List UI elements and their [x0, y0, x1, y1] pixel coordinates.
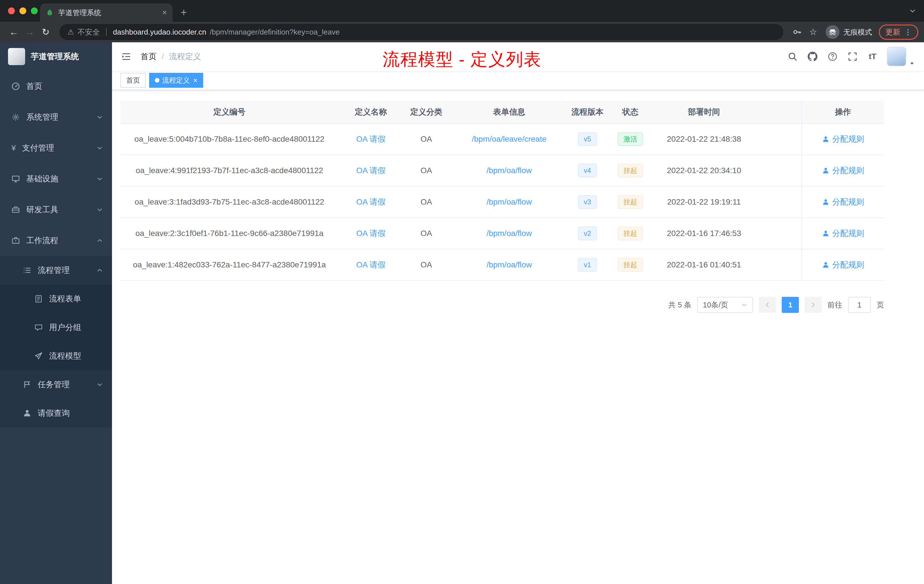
assign-rule-link[interactable]: 分配规则: [822, 259, 864, 270]
tag-process-definition[interactable]: 流程定义×: [149, 73, 203, 88]
definition-name-link[interactable]: OA 请假: [356, 166, 386, 175]
browser-menu-icon[interactable]: ⋮: [904, 28, 912, 36]
assign-rule-link[interactable]: 分配规则: [822, 134, 864, 145]
sidebar-item-label: 系统管理: [26, 112, 58, 122]
sidebar-item-workflow[interactable]: 工作流程: [0, 225, 112, 256]
caret-down-icon: [909, 61, 915, 66]
main-area: 首页 / 流程定义 tT 首页流程定义× 定义编号定义名: [112, 42, 924, 584]
forward-button[interactable]: →: [22, 27, 38, 36]
address-bar[interactable]: ⚠ 不安全 dashboard.yudao.iocoder.cn/bpm/man…: [59, 24, 784, 40]
sidebar-item-process-form[interactable]: 流程表单: [0, 285, 112, 313]
gear-icon: [12, 113, 20, 121]
search-icon[interactable]: [787, 52, 798, 61]
next-page-button[interactable]: [805, 297, 822, 313]
sidebar-menu: 首页系统管理¥支付管理基础设施研发工具工作流程流程管理流程表单用户分组流程模型任…: [0, 71, 112, 427]
security-label[interactable]: 不安全: [78, 27, 100, 37]
page-size-select[interactable]: 10条/页: [697, 297, 753, 313]
tab-close-icon[interactable]: ×: [162, 8, 167, 16]
question-icon[interactable]: [827, 52, 838, 61]
back-button[interactable]: ←: [6, 27, 22, 36]
deploy-time: 2022-01-22 20:34:10: [655, 155, 753, 186]
bookmark-star-icon[interactable]: ☆: [805, 28, 821, 36]
new-tab-button[interactable]: +: [181, 7, 187, 18]
sidebar-item-label: 请假查询: [38, 408, 70, 419]
definition-name-link[interactable]: OA 请假: [356, 135, 386, 144]
prev-page-button[interactable]: [759, 297, 776, 313]
column-header: 流程版本: [569, 101, 606, 124]
sidebar-item-label: 研发工具: [26, 204, 58, 215]
minimize-window-button[interactable]: [20, 7, 26, 14]
sidebar: 芋道管理系统 首页系统管理¥支付管理基础设施研发工具工作流程流程管理流程表单用户…: [0, 42, 112, 584]
deploy-time: 2022-01-16 17:46:53: [655, 218, 753, 249]
action-label: 分配规则: [832, 134, 864, 145]
sidebar-item-label: 流程模型: [49, 351, 81, 361]
definition-name-link[interactable]: OA 请假: [356, 229, 386, 238]
close-window-button[interactable]: [8, 7, 15, 14]
sidebar-toggle-icon[interactable]: [121, 51, 132, 62]
goto-page-input[interactable]: [848, 297, 871, 313]
browser-tab[interactable]: 芋道管理系统 ×: [40, 3, 173, 22]
reload-button[interactable]: ↻: [38, 27, 54, 36]
sidebar-item-process-model[interactable]: 流程模型: [0, 342, 112, 370]
sidebar-item-payment[interactable]: ¥支付管理: [0, 133, 112, 163]
tag-home[interactable]: 首页: [120, 73, 146, 88]
send-icon: [34, 352, 43, 360]
chevron-down-icon: [97, 381, 103, 388]
user-icon: [822, 261, 830, 269]
incognito-label: 无痕模式: [843, 27, 872, 37]
status-badge: 激活: [618, 132, 643, 146]
assign-rule-link[interactable]: 分配规则: [822, 228, 864, 239]
sidebar-item-user-group[interactable]: 用户分组: [0, 313, 112, 342]
github-icon[interactable]: [807, 52, 818, 61]
sidebar-item-system[interactable]: 系统管理: [0, 102, 112, 133]
page-size-value: 10条/页: [703, 300, 728, 310]
table-row: oa_leave:4:991f2193-7b7f-11ec-a3c8-acde4…: [120, 155, 884, 186]
column-header: 操作: [802, 101, 884, 124]
window-controls: [8, 7, 38, 14]
chevron-down-icon: [97, 145, 103, 151]
table-row: oa_leave:2:3c1f0ef1-76b1-11ec-9c66-a2380…: [120, 218, 884, 249]
form-link[interactable]: /bpm/oa/flow: [487, 260, 532, 269]
form-link[interactable]: /bpm/oa/flow: [487, 229, 532, 238]
avatar[interactable]: [887, 47, 906, 66]
dashboard-icon: [12, 82, 20, 91]
sidebar-item-infrastructure[interactable]: 基础设施: [0, 163, 112, 194]
assign-rule-link[interactable]: 分配规则: [822, 196, 864, 208]
zoom-window-button[interactable]: [31, 7, 38, 14]
column-header: 定义编号: [120, 101, 338, 124]
user-avatar-menu[interactable]: [887, 47, 915, 66]
page-1-button[interactable]: 1: [782, 297, 799, 313]
sidebar-item-task-management[interactable]: 任务管理: [0, 370, 112, 399]
passwords-key-icon[interactable]: [789, 27, 805, 36]
breadcrumb-home[interactable]: 首页: [140, 51, 157, 62]
fontsize-icon[interactable]: tT: [867, 53, 878, 61]
tab-title: 芋道管理系统: [58, 8, 158, 17]
sidebar-item-dev-tools[interactable]: 研发工具: [0, 194, 112, 225]
form-link[interactable]: /bpm/oa/leave/create: [472, 135, 546, 144]
sidebar-item-home[interactable]: 首页: [0, 71, 112, 102]
update-chrome-button[interactable]: 更新 ⋮: [879, 25, 918, 40]
chevron-down-icon: [741, 302, 747, 308]
fullscreen-icon[interactable]: [847, 52, 858, 61]
version-badge: v5: [578, 132, 597, 146]
sidebar-item-process-management[interactable]: 流程管理: [0, 256, 112, 285]
sidebar-item-leave-query[interactable]: 请假查询: [0, 399, 112, 427]
form-link[interactable]: /bpm/oa/flow: [487, 166, 532, 175]
definition-id: oa_leave:2:3c1f0ef1-76b1-11ec-9c66-a2380…: [120, 218, 338, 249]
definition-name-link[interactable]: OA 请假: [356, 198, 386, 206]
browser-chrome: 芋道管理系统 × + ← → ↻ ⚠ 不安全 dashboard.yudao.i…: [0, 0, 924, 42]
chevron-down-icon: [97, 176, 103, 182]
app-logo[interactable]: 芋道管理系统: [0, 42, 112, 71]
app-navbar: 首页 / 流程定义 tT: [112, 42, 924, 71]
browser-window: 芋道管理系统 × + ← → ↻ ⚠ 不安全 dashboard.yudao.i…: [0, 0, 924, 584]
table-header-row: 定义编号定义名称定义分类表单信息流程版本状态部署时间操作: [120, 101, 884, 124]
assign-rule-link[interactable]: 分配规则: [822, 165, 864, 176]
chevron-left-icon: [764, 302, 771, 308]
page-unit-label: 页: [876, 300, 884, 310]
tag-close-icon[interactable]: ×: [193, 77, 198, 84]
sidebar-item-label: 基础设施: [26, 173, 58, 184]
form-link[interactable]: /bpm/oa/flow: [487, 198, 532, 206]
tab-search-icon[interactable]: [909, 7, 916, 14]
definition-name-link[interactable]: OA 请假: [356, 260, 386, 269]
breadcrumb-current: 流程定义: [169, 51, 201, 62]
